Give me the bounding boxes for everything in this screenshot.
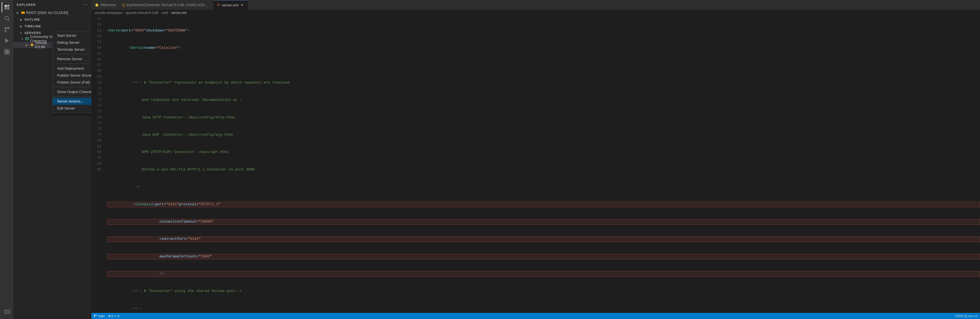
svg-rect-0 <box>5 5 7 7</box>
svg-point-7 <box>5 30 6 32</box>
svg-line-5 <box>8 19 9 21</box>
sidebar-section-outline[interactable]: ▶ OUTLINE <box>13 16 91 22</box>
menu-show-output[interactable]: Show Output Channel <box>52 88 91 95</box>
status-branch: main <box>94 314 105 317</box>
line-num-69: 69 <box>96 74 102 80</box>
line-num-77: 77 <box>96 121 102 126</box>
serverxml-tab-close[interactable]: ✕ <box>240 3 244 7</box>
code-line-66: APR (HTTP/AJP) Connector: /docs/apr.html <box>107 149 980 155</box>
status-csdn: CSDN @ zinx.cn <box>955 314 978 317</box>
line-num-66: 66 <box>96 57 102 63</box>
breadcrumb: vscode-workspace › apache-tomcat-9.0.88 … <box>91 10 980 16</box>
line-num-75: 75 <box>96 109 102 115</box>
outline-label: OUTLINE <box>24 18 40 21</box>
code-line-63: and responses are returned. Documentatio… <box>107 97 980 103</box>
line-num-85: 85 <box>96 167 102 173</box>
branch-icon <box>94 314 97 317</box>
svg-point-25 <box>94 316 95 317</box>
sidebar-title: EXPLORER <box>17 3 36 6</box>
outline-arrow-icon: ▶ <box>19 17 24 22</box>
breadcrumb-workspace[interactable]: vscode-workspace <box>95 11 123 15</box>
menu-server-actions[interactable]: Server Actions... <box>52 98 91 105</box>
menu-remove-server[interactable]: Remove Server <box>52 56 91 62</box>
sidebar: EXPLORER ··· ▶ ROOT [SSH: ALI CLOUD] ▶ O… <box>13 0 91 319</box>
svg-point-19 <box>26 39 27 39</box>
line-num-62: 62 <box>96 33 102 39</box>
svg-rect-10 <box>5 49 7 52</box>
sidebar-item-root[interactable]: ▶ ROOT [SSH: ALI CLOUD] <box>13 10 91 16</box>
sidebar-root-label: ROOT [SSH: ALI CLOUD] <box>26 11 68 15</box>
menu-edit-server[interactable]: Edit Server <box>52 105 91 112</box>
activity-bar-extensions[interactable] <box>2 47 12 57</box>
code-line-69: <Connector port="8181" protocol="HTTP/1.… <box>107 202 980 208</box>
line-num-64: 64 <box>96 45 102 51</box>
code-line-64: Java HTTP Connector: /docs/config/http.h… <box>107 115 980 121</box>
menu-start-server[interactable]: Start Server <box>52 32 91 39</box>
line-num-70: 70 <box>96 80 102 86</box>
code-content[interactable]: <Server port="8005" shutdown="SHUTDOWN">… <box>105 16 980 313</box>
sidebar-header-actions: ··· <box>83 2 88 7</box>
breadcrumb-serverxml[interactable]: server.xml <box>171 11 187 15</box>
main-editor-area: ⭐ Welcome {} tmpServerConnector-Tomcat 9… <box>91 0 980 319</box>
tab-serverxml[interactable]: ⚙ server.xml ✕ <box>214 0 248 10</box>
code-line-72: maxParameterCount="1000" <box>107 254 980 260</box>
code-line-74: <!-- A "Connector" using the shared thre… <box>107 288 980 294</box>
tmpserver-tab-icon: {} <box>123 3 125 7</box>
activity-bar-remote[interactable] <box>2 307 12 317</box>
code-line-61 <box>107 62 980 68</box>
sidebar-section-timeline[interactable]: ▶ TIMELINE <box>13 22 91 29</box>
tab-tmpserver[interactable]: {} tmpServerConnector-Tomcat 9.0.88--419… <box>119 0 214 10</box>
line-num-83: 83 <box>96 155 102 161</box>
menu-publish-full[interactable]: Publish Server (Full) <box>52 79 91 86</box>
activity-bar-search[interactable] <box>2 13 12 24</box>
menu-publish-incremental[interactable]: Publish Server (Incremental) <box>52 72 91 79</box>
line-num-74: 74 <box>96 103 102 109</box>
menu-terminate-server[interactable]: Terminate Server <box>52 46 91 53</box>
code-line-62: <!-- A "Connector" represents an endpoin… <box>107 80 980 86</box>
activity-bar-explorer[interactable] <box>2 2 12 12</box>
tab-welcome[interactable]: ⭐ Welcome <box>91 0 119 10</box>
root-folder-icon <box>21 11 25 14</box>
activity-bar-debug[interactable] <box>2 36 12 46</box>
svg-rect-11 <box>7 49 9 52</box>
breadcrumb-conf[interactable]: conf <box>162 11 168 15</box>
svg-point-24 <box>94 315 95 316</box>
line-num-78: 78 <box>96 126 102 132</box>
timeline-label: TIMELINE <box>24 24 41 28</box>
line-num-72: 72 <box>96 91 102 97</box>
line-num-68: 68 <box>96 68 102 74</box>
root-arrow-icon: ▶ <box>16 10 20 15</box>
line-num-65: 65 <box>96 51 102 57</box>
sidebar-more-button[interactable]: ··· <box>83 2 88 7</box>
svg-rect-2 <box>5 8 7 10</box>
code-line-71: redirectPort="8443" <box>107 236 980 242</box>
line-num-81: 81 <box>96 144 102 149</box>
separator-1 <box>52 54 91 54</box>
menu-debug-server[interactable]: Debug Server <box>52 39 91 46</box>
svg-rect-1 <box>7 5 9 6</box>
menu-add-deployment[interactable]: Add Deployment <box>52 65 91 72</box>
status-errors: ⊗ 0 ⚠ 0 <box>108 314 119 318</box>
svg-marker-9 <box>5 38 9 43</box>
code-line-68: --> <box>107 184 980 190</box>
svg-point-21 <box>28 39 29 39</box>
activity-bar-scm[interactable] <box>2 24 12 35</box>
connector-arrow-icon: ▼ <box>20 37 24 41</box>
line-num-67: 67 <box>96 62 102 68</box>
code-line-67: Define a non-SSL/TLS HTTP/1.1 Connector … <box>107 167 980 173</box>
svg-rect-3 <box>7 7 9 10</box>
svg-rect-13 <box>7 52 9 54</box>
servers-label: SERVERS <box>24 31 41 35</box>
line-num-79: 79 <box>96 132 102 138</box>
tab-welcome-label: Welcome <box>100 3 116 7</box>
status-bar: main ⊗ 0 ⚠ 0 CSDN @ zinx.cn <box>91 313 980 319</box>
line-num-84: 84 <box>96 161 102 167</box>
code-editor[interactable]: 22 53 61 62 63 64 65 66 67 68 69 70 71 7… <box>91 16 980 313</box>
line-num-61: 61 <box>96 28 102 34</box>
tomcat-icon: T <box>30 43 34 47</box>
breadcrumb-tomcat[interactable]: apache-tomcat-9.0.88 <box>126 11 158 15</box>
svg-point-20 <box>27 39 28 39</box>
code-line-22: <Server port="8005" shutdown="SHUTDOWN"> <box>107 28 980 34</box>
breadcrumb-sep-1: › <box>123 11 124 15</box>
svg-point-6 <box>5 27 6 29</box>
